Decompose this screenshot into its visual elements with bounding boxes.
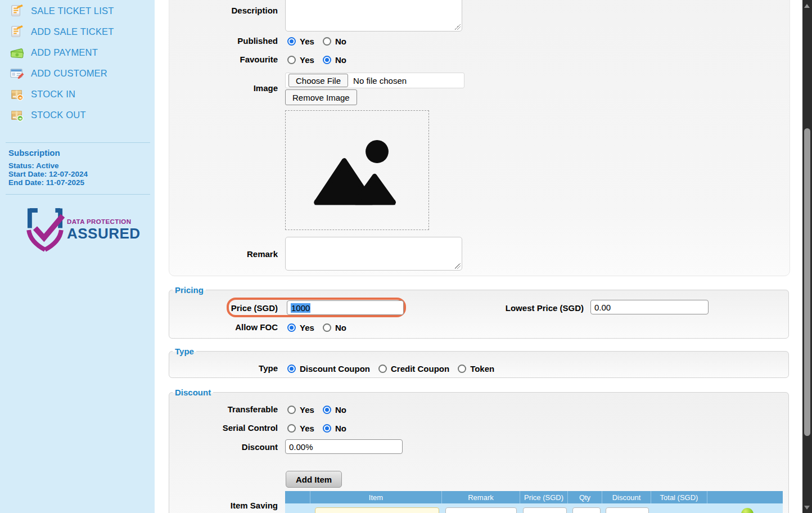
remark-label: Remark	[169, 249, 278, 259]
discount-input[interactable]: 0.00%	[285, 439, 403, 454]
favourite-yes-label[interactable]: Yes	[300, 55, 314, 65]
row-qty-input[interactable]	[572, 507, 601, 513]
sidebar-divider	[6, 142, 150, 143]
sidebar-item-sale-ticket-list[interactable]: SALE TICKET LIST	[0, 1, 155, 21]
favourite-label: Favourite	[169, 55, 278, 64]
subscription-status: Status: Active	[8, 161, 59, 170]
sidebar-item-stock-in[interactable]: STOCK IN	[0, 84, 155, 105]
item-saving-table-header: Item Remark Price (SGD) Qty Discount Tot…	[285, 491, 783, 503]
sidebar-item-label[interactable]: ADD CUSTOMER	[31, 68, 107, 79]
table-header-remark: Remark	[442, 491, 520, 503]
type-label: Type	[169, 363, 278, 373]
transferable-no-radio[interactable]	[323, 406, 331, 414]
allow-foc-yes-radio[interactable]	[287, 323, 296, 332]
sale-ticket-list-icon	[10, 3, 25, 19]
discount-legend: Discount	[173, 388, 213, 397]
favourite-no-label[interactable]: No	[335, 55, 346, 65]
file-chosen-status: No file chosen	[353, 76, 407, 86]
transferable-no-label[interactable]: No	[335, 405, 346, 415]
price-value: 1000	[291, 303, 310, 313]
badge-line1: DATA PROTECTION	[67, 218, 141, 225]
type-discount-coupon-radio[interactable]	[287, 364, 296, 373]
image-file-input[interactable]: Choose File No file chosen	[285, 73, 464, 88]
sidebar-item-label[interactable]: SALE TICKET LIST	[31, 6, 114, 16]
sidebar-item-add-sale-ticket[interactable]: ADD SALE TICKET	[0, 21, 155, 42]
row-price-input[interactable]	[523, 507, 567, 513]
remark-textarea[interactable]	[285, 237, 462, 271]
allow-foc-no-radio[interactable]	[323, 323, 331, 332]
sidebar-item-label[interactable]: ADD PAYMENT	[31, 47, 98, 58]
sidebar-item-label[interactable]: STOCK IN	[31, 89, 75, 100]
discount-label: Discount	[169, 442, 278, 452]
serial-control-yes-label[interactable]: Yes	[300, 424, 314, 433]
favourite-radio-group: Yes No	[287, 54, 355, 65]
type-legend: Type	[173, 346, 196, 356]
remove-image-button[interactable]: Remove Image	[285, 89, 357, 105]
scroll-up-arrow-icon[interactable]	[804, 4, 810, 8]
type-token-radio[interactable]	[458, 364, 466, 373]
sidebar-divider	[6, 194, 150, 195]
transferable-yes-radio[interactable]	[287, 406, 296, 414]
sidebar-item-add-customer[interactable]: ADD CUSTOMER	[0, 63, 155, 84]
add-customer-icon	[10, 66, 25, 81]
type-credit-coupon-radio[interactable]	[378, 364, 387, 373]
sidebar-item-label[interactable]: STOCK OUT	[31, 110, 86, 120]
pricing-legend: Pricing	[173, 285, 206, 295]
item-saving-label: Item Saving	[169, 501, 278, 510]
published-yes-label[interactable]: Yes	[300, 37, 314, 46]
choose-file-button[interactable]: Choose File	[288, 74, 348, 87]
serial-control-yes-radio[interactable]	[287, 424, 296, 433]
stock-in-icon	[10, 87, 25, 102]
sidebar-menu: SALE TICKET LIST ADD SALE TICKET	[0, 1, 155, 125]
row-remark-input[interactable]	[445, 507, 517, 513]
row-item-input[interactable]	[315, 507, 439, 513]
scroll-down-arrow-icon[interactable]	[804, 506, 810, 510]
vertical-scrollbar[interactable]	[802, 0, 812, 513]
subscription-start-date: Start Date: 12-07-2024	[8, 170, 88, 178]
price-label: Price (SGD)	[169, 303, 278, 313]
row-discount-input[interactable]	[606, 507, 649, 513]
serial-control-no-label[interactable]: No	[335, 424, 346, 433]
transferable-yes-label[interactable]: Yes	[300, 405, 314, 415]
sidebar-item-label[interactable]: ADD SALE TICKET	[31, 26, 114, 37]
sidebar-item-stock-out[interactable]: STOCK OUT	[0, 105, 155, 125]
serial-control-no-radio[interactable]	[323, 424, 331, 433]
price-input[interactable]: 1000	[287, 300, 404, 315]
table-header-discount: Discount	[602, 491, 651, 503]
favourite-no-radio[interactable]	[323, 56, 331, 64]
stock-out-icon	[10, 107, 25, 123]
image-placeholder-icon	[308, 131, 407, 210]
image-label: Image	[169, 83, 278, 93]
type-discount-coupon-label[interactable]: Discount Coupon	[300, 364, 370, 374]
allow-foc-no-label[interactable]: No	[335, 323, 346, 332]
table-header-spacer	[707, 491, 783, 503]
favourite-yes-radio[interactable]	[287, 56, 296, 64]
image-placeholder	[285, 110, 429, 230]
add-item-button[interactable]: Add Item	[286, 471, 342, 488]
table-header-price: Price (SGD)	[520, 491, 568, 503]
published-no-radio[interactable]	[323, 37, 331, 46]
published-no-label[interactable]: No	[335, 37, 346, 46]
data-protection-badge: DATA PROTECTION ASSURED	[25, 207, 141, 253]
allow-foc-radio-group: Yes No	[287, 322, 355, 333]
lowest-price-label: Lowest Price (SGD)	[475, 303, 584, 313]
sidebar-item-add-payment[interactable]: ADD PAYMENT	[0, 42, 155, 63]
lowest-price-input[interactable]: 0.00	[590, 300, 709, 314]
published-radio-group: Yes No	[287, 35, 355, 47]
shield-check-icon	[25, 207, 65, 253]
type-credit-coupon-label[interactable]: Credit Coupon	[391, 364, 449, 374]
badge-line2: ASSURED	[67, 225, 141, 242]
subscription-title: Subscription	[8, 148, 60, 158]
discount-value: 0.00%	[289, 442, 313, 452]
description-textarea[interactable]	[285, 0, 462, 32]
serial-control-radio-group: Yes No	[287, 422, 355, 434]
published-yes-radio[interactable]	[287, 37, 296, 46]
published-label: Published	[169, 36, 278, 46]
table-header-item: Item	[310, 491, 442, 503]
scrollbar-thumb[interactable]	[804, 128, 810, 436]
table-header-total: Total (SGD)	[651, 491, 707, 503]
allow-foc-yes-label[interactable]: Yes	[300, 323, 314, 332]
serial-control-label: Serial Control	[169, 423, 278, 433]
lowest-price-value: 0.00	[594, 303, 611, 312]
type-token-label[interactable]: Token	[470, 364, 494, 374]
